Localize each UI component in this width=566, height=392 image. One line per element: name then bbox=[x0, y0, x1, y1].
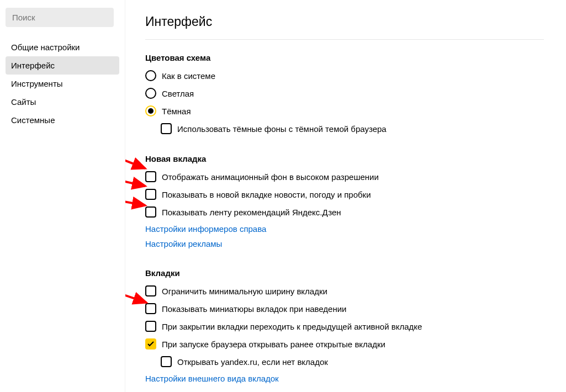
checkbox-label-anim-bg: Отображать анимационный фон в высоком ра… bbox=[162, 172, 379, 182]
checkbox-dark-bg[interactable] bbox=[161, 123, 172, 134]
checkbox-label-zen: Показывать ленту рекомендаций Яндекс.Дзе… bbox=[162, 208, 341, 217]
section-tabs: Вкладки Ограничить минимальную ширину вк… bbox=[145, 268, 544, 383]
section-color-scheme: Цветовая схема Как в системе Светлая Тём… bbox=[145, 53, 544, 134]
link-tab-appearance[interactable]: Настройки внешнего вида вкладок bbox=[145, 374, 544, 383]
svg-line-3 bbox=[125, 288, 146, 303]
radio-light[interactable] bbox=[145, 88, 156, 99]
section-new-tab: Новая вкладка Отображать анимационный фо… bbox=[145, 154, 544, 248]
checkbox-label-open-yandex: Открывать yandex.ru, если нет вкладок bbox=[177, 357, 328, 367]
sidebar: Общие настройки Интерфейс Инструменты Са… bbox=[0, 0, 125, 392]
checkbox-anim-bg[interactable] bbox=[145, 171, 156, 182]
checkbox-label-restore-tabs: При запуске браузера открывать ранее отк… bbox=[162, 340, 385, 349]
radio-label-dark: Тёмная bbox=[162, 107, 191, 116]
checkbox-news[interactable] bbox=[145, 189, 156, 200]
link-informers[interactable]: Настройки информеров справа bbox=[145, 224, 544, 234]
radio-label-light: Светлая bbox=[162, 89, 194, 98]
main-content: Интерфейс Цветовая схема Как в системе С… bbox=[125, 0, 566, 392]
radio-system[interactable] bbox=[145, 70, 156, 81]
svg-line-2 bbox=[125, 200, 145, 205]
link-ads[interactable]: Настройки рекламы bbox=[145, 239, 544, 248]
divider bbox=[145, 39, 544, 40]
checkbox-label-min-width: Ограничить минимальную ширину вкладки bbox=[162, 287, 327, 296]
nav-item-general[interactable]: Общие настройки bbox=[6, 38, 119, 56]
nav-item-interface[interactable]: Интерфейс bbox=[6, 56, 119, 75]
checkbox-min-width[interactable] bbox=[145, 285, 156, 296]
section-title-tabs: Вкладки bbox=[145, 268, 544, 278]
radio-label-system: Как в системе bbox=[162, 71, 215, 81]
svg-line-1 bbox=[125, 177, 145, 186]
nav-item-tools[interactable]: Инструменты bbox=[6, 75, 119, 93]
checkbox-open-yandex[interactable] bbox=[161, 356, 172, 367]
nav-item-system[interactable]: Системные bbox=[6, 111, 119, 129]
checkbox-label-thumbnails: Показывать миниатюры вкладок при наведен… bbox=[162, 304, 347, 314]
checkbox-label-news: Показывать в новой вкладке новости, пого… bbox=[162, 190, 371, 199]
section-title-color-scheme: Цветовая схема bbox=[145, 53, 544, 62]
page-title: Интерфейс bbox=[145, 14, 544, 29]
radio-dark[interactable] bbox=[145, 105, 156, 116]
checkbox-label-dark-bg: Использовать тёмные фоны с тёмной темой … bbox=[177, 124, 387, 134]
checkbox-restore-tabs[interactable] bbox=[145, 338, 156, 349]
svg-line-0 bbox=[125, 156, 145, 168]
checkbox-thumbnails[interactable] bbox=[145, 303, 156, 314]
section-title-new-tab: Новая вкладка bbox=[145, 154, 544, 163]
checkbox-zen[interactable] bbox=[145, 206, 156, 218]
checkbox-label-close-prev: При закрытии вкладки переходить к предыд… bbox=[162, 322, 422, 331]
checkbox-close-prev[interactable] bbox=[145, 321, 156, 332]
nav-item-sites[interactable]: Сайты bbox=[6, 93, 119, 111]
search-input[interactable] bbox=[6, 8, 114, 27]
